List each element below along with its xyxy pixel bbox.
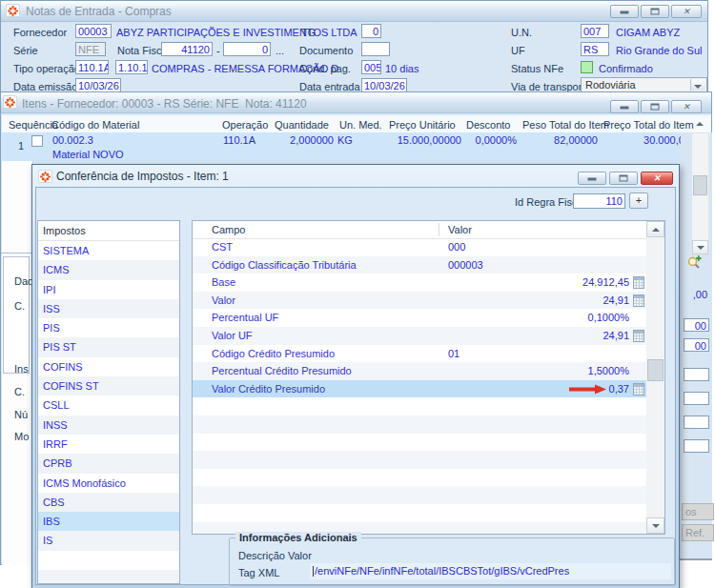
item-preco-unitario: 15.000,00000: [390, 134, 461, 146]
calculator-icon[interactable]: [633, 294, 644, 307]
row-valor[interactable]: Valor 24,91: [193, 292, 646, 310]
via-transporte-dropdown[interactable]: Rodoviária: [581, 77, 707, 92]
tipo-operacao-code2-input[interactable]: 1.10.1: [115, 60, 148, 74]
documento-label: Documento: [299, 45, 353, 56]
right-fragment-field[interactable]: 00: [684, 318, 709, 332]
imposto-item-cbs[interactable]: CBS: [38, 493, 179, 512]
id-regra-fiscal-input[interactable]: 110: [573, 193, 625, 209]
tipo-operacao-code1-input[interactable]: 110.1A: [75, 60, 109, 74]
grid-vertical-scrollbar[interactable]: [646, 221, 664, 534]
impostos-panel: Impostos SISTEMA ICMS IPI ISS PIS PIS ST…: [37, 220, 180, 584]
col-preco-unitario[interactable]: Preço Unitário: [389, 119, 456, 131]
imposto-item-is[interactable]: IS: [38, 531, 179, 550]
scroll-down-button[interactable]: [646, 517, 664, 534]
fornecedor-code-input[interactable]: 00003: [75, 24, 112, 38]
nota-fiscal-sub-input[interactable]: 0: [223, 42, 271, 56]
calculator-icon[interactable]: [633, 330, 644, 342]
nota-fiscal-input[interactable]: 41120: [161, 42, 213, 56]
right-fragment-button[interactable]: os: [682, 503, 714, 520]
imposto-item-ibs-selected[interactable]: IBS: [38, 512, 179, 531]
valor-column-header[interactable]: Valor: [448, 221, 472, 238]
col-quantidade[interactable]: Quantidade: [275, 119, 329, 131]
imposto-item-cprb[interactable]: CPRB: [38, 454, 179, 473]
col-desconto[interactable]: Desconto: [466, 119, 510, 131]
imposto-item-cofins-st[interactable]: COFINS ST: [38, 376, 179, 395]
right-fragment-value: ,00: [684, 289, 707, 300]
data-entrada-input[interactable]: 10/03/26: [361, 78, 407, 92]
row-cst[interactable]: CST 000: [193, 238, 646, 256]
valor-cell: 0,1000%: [588, 309, 629, 327]
itens-maximize-button[interactable]: [641, 100, 669, 113]
imposto-item-csll[interactable]: CSLL: [38, 395, 179, 415]
un-code-input[interactable]: 007: [581, 24, 609, 38]
group-title: Informações Adicionais: [235, 532, 361, 543]
right-fragment-field[interactable]: [684, 392, 709, 405]
notas-titlebar[interactable]: Notas de Entrada - Compras ✕: [1, 1, 707, 22]
imposto-item-sistema[interactable]: SISTEMA: [38, 241, 179, 260]
col-peso-total[interactable]: Peso Total do Item: [522, 119, 609, 131]
right-fragment-button[interactable]: Ref.: [682, 524, 714, 541]
scroll-up-icon[interactable]: [696, 122, 704, 126]
column-separator: [439, 223, 439, 236]
imposto-item-icms[interactable]: ICMS: [38, 260, 179, 279]
status-nfe-indicator: [581, 61, 593, 73]
tag-xml-field[interactable]: /enviNFe/NFe/infNFe/total/IBSCBSTot/gIBS…: [310, 563, 671, 579]
imposto-item-cofins[interactable]: COFINS: [38, 357, 179, 376]
imposto-item-inss[interactable]: INSS: [38, 416, 179, 435]
col-preco-total[interactable]: Preço Total do Item: [603, 119, 694, 131]
row-valor-credito-presumido-selected[interactable]: Valor Crédito Presumido 0,37: [193, 380, 646, 398]
row-base[interactable]: Base 24.912,45: [193, 274, 646, 292]
app-logo-icon: [38, 170, 52, 183]
imposto-item-ipi[interactable]: IPI: [38, 280, 179, 299]
calculator-icon[interactable]: [633, 383, 644, 395]
documento-input[interactable]: [361, 42, 390, 56]
nota-fiscal-lookup-link[interactable]: ...: [276, 45, 284, 56]
scroll-up-button[interactable]: [646, 221, 664, 237]
dialog-maximize-button[interactable]: [609, 172, 638, 185]
add-rule-button[interactable]: +: [629, 193, 648, 209]
row-codigo-credito-presumido[interactable]: Código Crédito Presumido 01: [193, 345, 646, 363]
cond-pag-input[interactable]: 005: [361, 60, 381, 74]
data-emissao-input[interactable]: 10/03/26: [75, 78, 121, 92]
col-un-med[interactable]: Un. Med.: [339, 119, 382, 131]
imposto-item-icms-monofasico[interactable]: ICMS Monofásico: [38, 474, 179, 493]
notas-maximize-button[interactable]: [641, 5, 669, 18]
col-codigo-material[interactable]: Código do Material: [51, 119, 139, 131]
imposto-item-iss[interactable]: ISS: [38, 299, 179, 318]
uf-code-input[interactable]: RS: [581, 42, 609, 56]
right-fragment-field[interactable]: [684, 439, 709, 453]
imposto-item-irrf[interactable]: IRRF: [38, 435, 179, 454]
row-codigo-classificacao[interactable]: Código Classificação Tributária 000003: [193, 256, 646, 274]
itens-minimize-button[interactable]: [610, 100, 639, 113]
dialog-close-button[interactable]: ✕: [641, 172, 673, 185]
dialog-minimize-button[interactable]: [578, 172, 606, 185]
itens-vertical-scrollbar[interactable]: [691, 132, 709, 255]
notas-minimize-button[interactable]: [610, 5, 639, 18]
right-fragment-field[interactable]: [684, 416, 709, 429]
zoom-search-icon[interactable]: [686, 254, 702, 272]
right-fragment-field[interactable]: 00: [684, 338, 709, 352]
itens-close-button[interactable]: ✕: [671, 100, 702, 113]
scrollbar-thumb[interactable]: [647, 359, 664, 381]
calculator-icon[interactable]: [633, 276, 644, 289]
itens-titlebar[interactable]: Itens - Fornecedor: 00003 - RS Série: NF…: [1, 92, 711, 113]
right-fragment-field[interactable]: [684, 368, 709, 381]
scroll-down-button[interactable]: [692, 240, 708, 254]
dropdown-button[interactable]: [690, 79, 705, 91]
app-logo-icon: [6, 4, 20, 17]
scrollbar-thumb[interactable]: [693, 175, 707, 195]
item-checkbox[interactable]: [31, 135, 43, 147]
serie-input[interactable]: NFE: [75, 42, 106, 56]
row-valor-uf[interactable]: Valor UF 24,91: [193, 327, 646, 345]
imposto-item-pis-st[interactable]: PIS ST: [38, 337, 179, 356]
empty-row: [193, 434, 646, 452]
row-percentual-credito-presumido[interactable]: Percentual Crédito Presumido 1,5000%: [193, 362, 646, 380]
impostos-header[interactable]: Impostos: [38, 221, 179, 241]
col-operacao[interactable]: Operação: [222, 119, 268, 131]
campo-column-header[interactable]: Campo: [212, 221, 245, 238]
imposto-item-pis[interactable]: PIS: [38, 318, 179, 337]
row-percentual-uf[interactable]: Percentual UF 0,1000%: [193, 309, 646, 327]
item-row[interactable]: 1 00.002.3 Material NOVO 110.1A 2,000000…: [2, 132, 711, 161]
notas-close-button[interactable]: ✕: [671, 5, 702, 18]
tg-input[interactable]: 0: [361, 24, 381, 38]
